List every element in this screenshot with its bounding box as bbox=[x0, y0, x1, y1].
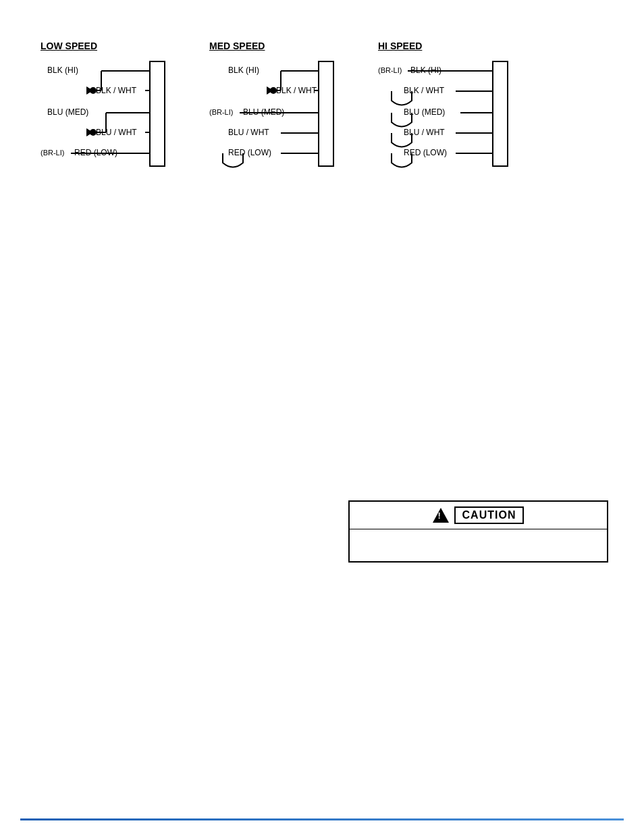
svg-text:RED  (LOW): RED (LOW) bbox=[228, 148, 271, 157]
svg-text:BLU  (MED): BLU (MED) bbox=[47, 107, 88, 117]
svg-text:(BR-LI): (BR-LI) bbox=[209, 108, 233, 116]
svg-text:RED  (LOW): RED (LOW) bbox=[404, 148, 447, 157]
svg-text:(BR-LI): (BR-LI) bbox=[378, 66, 402, 74]
svg-text:(BR-LI): (BR-LI) bbox=[41, 149, 64, 157]
hi-speed-svg: ID FAN MOTOR (BR-LI) BLK (HI) BLK / WHT … bbox=[378, 58, 513, 190]
hi-speed-title: HI SPEED bbox=[378, 41, 422, 51]
caution-label: CAUTION bbox=[454, 506, 525, 524]
svg-text:BLU / WHT: BLU / WHT bbox=[404, 128, 445, 137]
med-speed-title: MED SPEED bbox=[209, 41, 265, 51]
svg-text:RED  (LOW): RED (LOW) bbox=[74, 148, 117, 157]
med-speed-svg: ID FAN MOTOR BLK (HI) BLK / WHT (BR-LI) … bbox=[209, 58, 338, 183]
svg-rect-38 bbox=[493, 61, 508, 166]
diagram-med-speed: MED SPEED ID FAN MOTOR BLK (HI) BLK / WH… bbox=[209, 41, 338, 183]
svg-text:BLK  (HI): BLK (HI) bbox=[228, 66, 259, 75]
svg-rect-0 bbox=[150, 61, 165, 166]
svg-rect-21 bbox=[319, 61, 333, 166]
bottom-line bbox=[20, 818, 624, 820]
low-speed-svg: ID FAN MOTOR BLK (HI) BLK / WHT BLU (MED… bbox=[41, 58, 169, 170]
low-speed-title: LOW SPEED bbox=[41, 41, 97, 51]
diagrams-container: LOW SPEED ID FAN MOTOR BLK (HI) BLK / WH… bbox=[41, 41, 513, 190]
svg-text:BLK  (HI): BLK (HI) bbox=[47, 66, 78, 75]
svg-text:BLK / WHT: BLK / WHT bbox=[96, 86, 137, 95]
svg-text:BLU / WHT: BLU / WHT bbox=[228, 128, 269, 137]
svg-text:BLK  (HI): BLK (HI) bbox=[410, 66, 441, 75]
caution-box: CAUTION bbox=[348, 500, 608, 563]
caution-header: CAUTION bbox=[350, 502, 607, 529]
caution-body bbox=[350, 529, 607, 562]
diagram-low-speed: LOW SPEED ID FAN MOTOR BLK (HI) BLK / WH… bbox=[41, 41, 169, 170]
diagram-hi-speed: HI SPEED ID FAN MOTOR (BR-LI) BLK (HI) B… bbox=[378, 41, 513, 190]
svg-text:BLK / WHT: BLK / WHT bbox=[404, 86, 445, 95]
svg-text:BLK / WHT: BLK / WHT bbox=[276, 86, 317, 95]
caution-triangle-icon bbox=[433, 508, 449, 523]
svg-text:BLU  (MED): BLU (MED) bbox=[243, 107, 284, 117]
page-content: LOW SPEED ID FAN MOTOR BLK (HI) BLK / WH… bbox=[0, 0, 644, 834]
svg-text:BLU  (MED): BLU (MED) bbox=[404, 107, 445, 117]
